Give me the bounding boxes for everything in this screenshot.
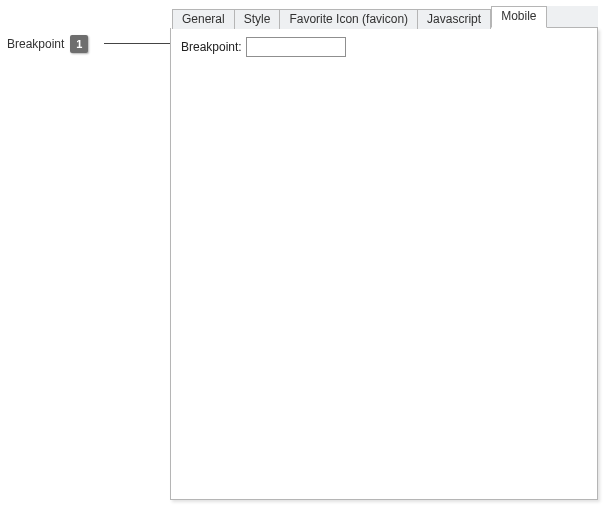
root: Breakpoint 1 General Style Favorite Icon… [0, 0, 604, 507]
callout-number-badge: 1 [70, 35, 88, 53]
breakpoint-label: Breakpoint: [181, 40, 242, 54]
tab-strip-fill [547, 6, 599, 28]
tab-style[interactable]: Style [235, 9, 281, 29]
callout-connector-line [104, 43, 176, 44]
tab-general[interactable]: General [172, 9, 235, 29]
tab-javascript[interactable]: Javascript [418, 9, 491, 29]
tab-strip: General Style Favorite Icon (favicon) Ja… [170, 6, 598, 28]
callout-label: Breakpoint [7, 37, 64, 51]
row-breakpoint: Breakpoint: [181, 37, 587, 57]
tab-mobile[interactable]: Mobile [491, 6, 546, 28]
tab-favicon[interactable]: Favorite Icon (favicon) [280, 9, 418, 29]
tab-mobile-body: Breakpoint: [170, 28, 598, 500]
callout-breakpoint: Breakpoint 1 [7, 34, 88, 54]
breakpoint-input[interactable] [246, 37, 346, 57]
settings-panel: General Style Favorite Icon (favicon) Ja… [170, 6, 598, 500]
